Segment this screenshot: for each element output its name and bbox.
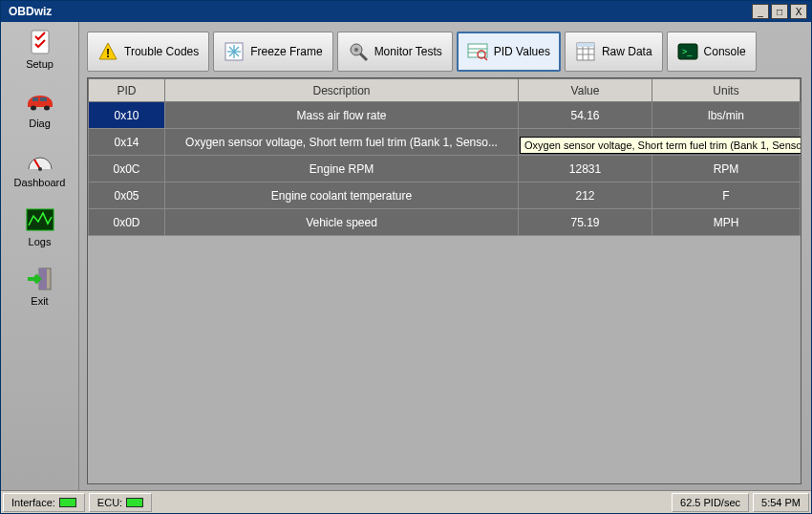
pid-values-button[interactable]: PID Values	[457, 32, 561, 72]
status-clock: 5:54 PM	[753, 493, 809, 512]
button-label: Freeze Frame	[250, 45, 322, 58]
svg-point-6	[38, 167, 42, 171]
svg-point-18	[354, 48, 358, 52]
status-interface: Interface:	[3, 493, 85, 512]
cell-pid: 0x0C	[89, 156, 165, 182]
exit-icon	[23, 265, 57, 293]
column-header-description[interactable]: Description	[165, 79, 519, 102]
cell-units: RPM	[652, 156, 801, 182]
sidebar-item-label: Dashboard	[14, 177, 66, 188]
cell-desc: Engine coolant temperature	[165, 182, 519, 209]
column-header-pid[interactable]: PID	[89, 79, 165, 102]
svg-point-1	[31, 106, 36, 111]
sidebar-item-label: Setup	[26, 58, 53, 70]
svg-text:>_: >_	[682, 47, 693, 56]
sidebar-item-setup[interactable]: Setup	[7, 28, 74, 70]
car-icon	[23, 87, 57, 116]
table-search-icon	[467, 41, 488, 62]
grid-header-row: PID Description Value Units	[89, 79, 801, 102]
status-ecu: ECU:	[89, 493, 152, 512]
status-interface-label: Interface:	[11, 497, 55, 508]
tooltip: Oxygen sensor voltage, Short term fuel t…	[520, 137, 801, 154]
button-label: Monitor Tests	[374, 45, 442, 58]
table-row[interactable]: 0x10Mass air flow rate54.16lbs/min	[89, 102, 801, 129]
cell-desc: Engine RPM	[165, 156, 519, 182]
trouble-codes-button[interactable]: ! Trouble Codes	[87, 32, 209, 72]
pid-grid[interactable]: PID Description Value Units 0x10Mass air…	[87, 77, 801, 484]
table-row[interactable]: 0x0DVehicle speed75.19MPH	[89, 209, 801, 236]
console-button[interactable]: >_ Console	[667, 32, 757, 72]
cell-units: lbs/min	[652, 102, 801, 129]
column-header-units[interactable]: Units	[652, 79, 801, 102]
svg-line-17	[360, 54, 367, 60]
cell-value: 75.19	[519, 209, 652, 236]
status-pid-rate: 62.5 PID/sec	[672, 493, 749, 512]
freeze-frame-button[interactable]: Freeze Frame	[213, 32, 332, 72]
svg-point-2	[44, 106, 50, 111]
button-label: Raw Data	[602, 45, 652, 58]
cell-pid: 0x05	[89, 182, 165, 209]
sidebar-item-logs[interactable]: Logs	[7, 205, 74, 247]
sidebar-item-dashboard[interactable]: Dashboard	[7, 146, 74, 188]
button-label: PID Values	[494, 45, 550, 58]
cell-units: F	[652, 182, 801, 209]
window-title: OBDwiz	[5, 5, 750, 18]
svg-rect-3	[32, 97, 38, 101]
table-row[interactable]: 0x0CEngine RPM12831RPM	[89, 156, 801, 182]
cell-pid: 0x0D	[89, 209, 165, 236]
cell-desc: Mass air flow rate	[165, 102, 519, 129]
titlebar[interactable]: OBDwiz _ □ X	[1, 1, 811, 22]
button-label: Console	[704, 45, 746, 58]
svg-rect-29	[577, 43, 594, 47]
app-window: OBDwiz _ □ X Setup Diag Dashbo	[0, 0, 812, 514]
cell-value: 54.16	[519, 102, 652, 129]
gauge-icon	[23, 146, 57, 175]
spreadsheet-icon	[575, 41, 596, 62]
column-header-value[interactable]: Value	[519, 79, 652, 102]
raw-data-button[interactable]: Raw Data	[565, 32, 663, 72]
sidebar-item-exit[interactable]: Exit	[7, 265, 74, 307]
sidebar-item-label: Diag	[29, 118, 51, 129]
logs-icon	[23, 205, 57, 234]
statusbar: Interface: ECU: 62.5 PID/sec 5:54 PM	[1, 490, 811, 513]
cell-units: MPH	[652, 209, 801, 236]
svg-rect-0	[32, 31, 49, 54]
close-button[interactable]: X	[790, 4, 807, 19]
monitor-tests-button[interactable]: Monitor Tests	[337, 32, 453, 72]
cell-value: 212	[519, 182, 652, 209]
cell-pid: 0x14	[89, 129, 165, 156]
maximize-button[interactable]: □	[771, 4, 788, 19]
button-label: Trouble Codes	[124, 45, 199, 58]
warning-icon: !	[97, 41, 118, 62]
setup-icon	[23, 28, 57, 56]
snowflake-icon	[224, 41, 245, 62]
sidebar-item-label: Logs	[29, 236, 52, 247]
ecu-led-icon	[126, 498, 143, 507]
cell-value: 12831	[519, 156, 652, 182]
status-ecu-label: ECU:	[97, 497, 122, 508]
svg-text:!: !	[106, 47, 110, 60]
cell-desc: Oxygen sensor voltage, Short term fuel t…	[165, 129, 519, 156]
console-icon: >_	[677, 41, 698, 62]
toolbar: ! Trouble Codes Freeze Frame Monitor Tes…	[87, 32, 801, 72]
minimize-button[interactable]: _	[752, 4, 769, 19]
cell-pid: 0x10	[89, 102, 165, 129]
svg-rect-4	[40, 97, 47, 101]
window-body: Setup Diag Dashboard Logs	[1, 22, 811, 490]
cell-desc: Vehicle speed	[165, 209, 519, 236]
sidebar-item-label: Exit	[31, 295, 48, 307]
main-area: ! Trouble Codes Freeze Frame Monitor Tes…	[79, 22, 811, 490]
sidebar-item-diag[interactable]: Diag	[7, 87, 74, 129]
monitor-icon	[348, 41, 369, 62]
table-row[interactable]: 0x05Engine coolant temperature212F	[89, 182, 801, 209]
interface-led-icon	[59, 498, 76, 507]
sidebar: Setup Diag Dashboard Logs	[1, 22, 79, 490]
